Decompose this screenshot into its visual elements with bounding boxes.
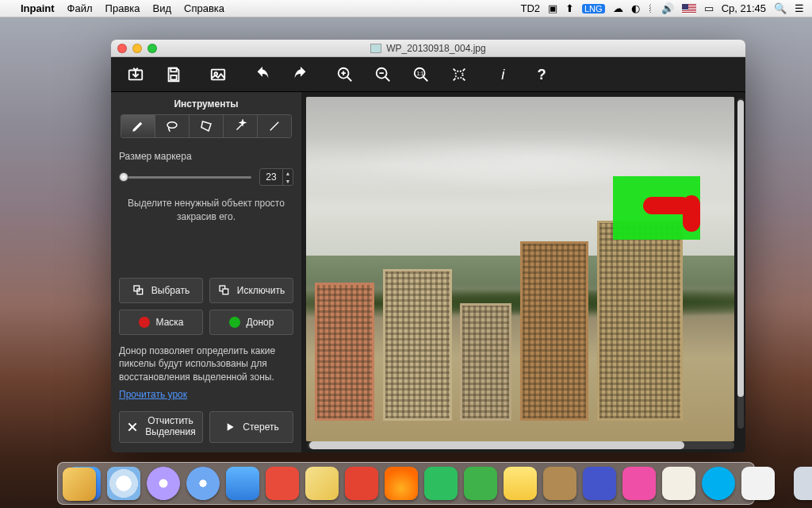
svg-line-7 [347, 76, 352, 81]
close-icon [126, 421, 139, 433]
menubar-spotlight-icon[interactable]: 🔍 [774, 2, 787, 14]
redo-button[interactable] [290, 64, 311, 85]
svg-text:?: ? [538, 66, 546, 83]
image-canvas[interactable] [301, 92, 745, 452]
tool-selector [121, 114, 292, 138]
zoom-in-button[interactable] [335, 64, 355, 85]
dock-maps-icon[interactable] [305, 467, 339, 500]
marker-size-step-up[interactable]: ▲ [283, 169, 293, 177]
tools-sidebar: Инструменты Размер маркера ▲ ▼ [111, 92, 301, 452]
marker-size-step-down[interactable]: ▼ [283, 177, 293, 185]
svg-marker-29 [228, 423, 234, 430]
save-button[interactable] [163, 64, 184, 85]
svg-point-19 [167, 122, 177, 129]
dock-writer-icon[interactable] [662, 467, 695, 500]
menubar-td2-icon[interactable]: TD2D2 [520, 2, 540, 14]
mask-mode-button[interactable]: Маска [119, 310, 203, 335]
mask-mode-label: Маска [156, 317, 184, 328]
menubar-flag-icon[interactable]: ◐ [631, 2, 640, 14]
select-icon [132, 284, 145, 297]
select-mode-label: Выбрать [151, 285, 190, 296]
play-icon [224, 421, 236, 433]
dock-flame-icon[interactable] [385, 467, 418, 500]
menu-file[interactable]: Файл [67, 2, 93, 14]
tool-line[interactable] [258, 115, 291, 137]
read-lesson-link[interactable]: Прочитать урок [119, 389, 293, 400]
app-menu[interactable]: Inpaint [21, 2, 55, 14]
help-button[interactable]: ? [531, 64, 552, 85]
menubar-battery-icon[interactable]: ▭ [704, 2, 714, 14]
donor-mode-button[interactable]: Донор [209, 310, 293, 335]
marker-size-field[interactable]: ▲ ▼ [259, 168, 293, 186]
svg-line-11 [385, 76, 390, 81]
menubar-cloud-icon[interactable]: ☁ [613, 2, 623, 14]
exclude-icon [218, 284, 231, 297]
dock-skype-icon[interactable] [702, 467, 735, 500]
tool-lasso[interactable] [155, 115, 190, 137]
dock-wunderlist-icon[interactable] [266, 467, 299, 500]
window-minimize-button[interactable] [132, 44, 142, 53]
menubar-notifications-icon[interactable]: ☰ [795, 2, 804, 14]
tool-marker[interactable] [121, 115, 155, 137]
exclude-mode-button[interactable]: Исключить [209, 278, 293, 303]
mac-menubar: Inpaint Файл Правка Вид Справка TD2D2 ▣ … [0, 0, 812, 17]
menubar-input-flag-icon[interactable] [682, 4, 696, 13]
main-toolbar: 1:1 i ? [111, 57, 745, 92]
menubar-volume-icon[interactable]: 🔊 [661, 2, 674, 14]
dock-box-icon[interactable] [543, 467, 576, 500]
dock-preview-icon[interactable] [583, 467, 616, 500]
horizontal-scrollbar[interactable] [308, 441, 734, 449]
menubar-display-icon[interactable]: ▣ [548, 2, 557, 14]
marker-size-label: Размер маркера [119, 151, 293, 162]
mask-color-icon [139, 317, 150, 328]
menubar-up-icon[interactable]: ⬆ [565, 2, 574, 14]
dock-skitch-icon[interactable] [622, 467, 656, 500]
svg-text:i: i [501, 66, 505, 83]
zoom-fit-button[interactable] [449, 64, 469, 85]
donor-info-text: Донор позволяет определить какие пикселы… [119, 344, 293, 384]
dock-display-icon[interactable] [794, 467, 812, 500]
svg-rect-2 [170, 67, 176, 71]
zoom-out-button[interactable] [373, 64, 393, 85]
menu-view[interactable]: Вид [153, 2, 172, 14]
dock-safari-icon[interactable] [107, 467, 140, 500]
menubar-wifi-icon[interactable]: ⧙ [648, 2, 653, 14]
svg-marker-20 [201, 121, 211, 131]
dock-evernote-icon[interactable] [424, 467, 458, 500]
erase-label: Стереть [243, 421, 278, 433]
tool-polygon[interactable] [190, 115, 224, 137]
info-button[interactable]: i [493, 64, 514, 85]
erase-button[interactable]: Стереть [209, 411, 293, 443]
dock-torrent-icon[interactable] [464, 467, 497, 500]
dock-photo-icon[interactable] [63, 468, 96, 501]
exclude-mode-label: Исключить [237, 285, 285, 296]
svg-point-16 [455, 71, 462, 78]
dock-notes-icon[interactable] [504, 467, 537, 500]
menubar-clock[interactable]: Ср, 21:45 [722, 2, 766, 14]
window-zoom-button[interactable] [147, 44, 157, 53]
dock-todoist-icon[interactable] [345, 467, 378, 500]
marker-size-input[interactable] [260, 171, 282, 183]
open-button[interactable] [125, 64, 146, 85]
undo-button[interactable] [252, 64, 273, 85]
export-image-button[interactable] [208, 64, 228, 85]
window-titlebar[interactable]: WP_20130918_004.jpg [111, 40, 745, 57]
marker-size-slider[interactable] [119, 176, 251, 179]
clear-selection-button[interactable]: Отчистить Выделения [119, 411, 203, 443]
dock-mail-icon[interactable] [226, 467, 259, 500]
donor-color-icon [229, 317, 240, 328]
dock-app1-icon[interactable] [186, 467, 220, 500]
menu-edit[interactable]: Правка [105, 2, 140, 14]
select-mode-button[interactable]: Выбрать [119, 278, 203, 303]
dock-screen-icon[interactable] [741, 467, 775, 500]
clear-selection-label-1: Отчистить [145, 416, 195, 427]
menu-help[interactable]: Справка [184, 2, 224, 14]
zoom-actual-button[interactable]: 1:1 [411, 64, 431, 85]
dock-itunes-icon[interactable] [147, 467, 180, 500]
menubar-lng-icon[interactable]: LNG [582, 4, 605, 13]
donor-mode-label: Донор [247, 317, 274, 328]
vertical-scrollbar[interactable] [737, 98, 744, 429]
svg-rect-26 [223, 289, 228, 294]
window-close-button[interactable] [117, 44, 127, 53]
tool-magic-wand[interactable] [224, 115, 258, 137]
